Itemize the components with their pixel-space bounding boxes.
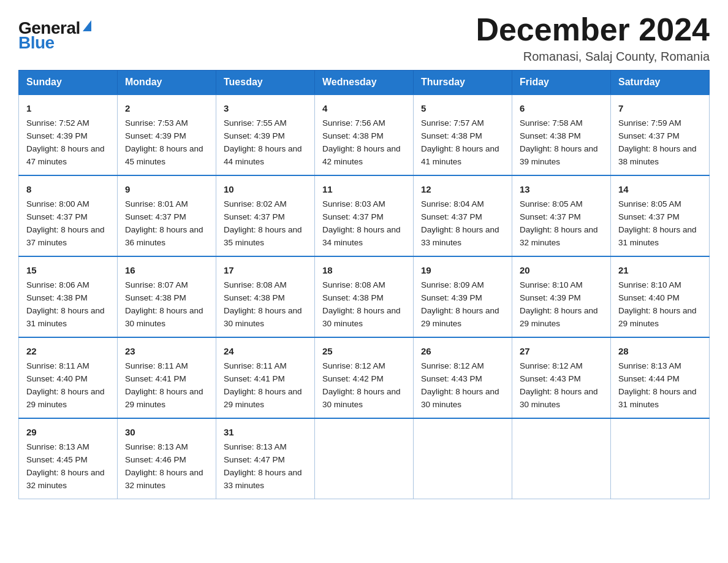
sunrise-text: Sunrise: 7:56 AM	[322, 118, 385, 128]
daylight-text: Daylight: 8 hours and 36 minutes	[125, 225, 203, 247]
page-header: General Blue December 2024 Romanasi, Sal…	[18, 12, 710, 64]
calendar-week-1: 1 Sunrise: 7:52 AM Sunset: 4:39 PM Dayli…	[19, 94, 710, 175]
day-number: 23	[125, 344, 208, 358]
calendar-week-5: 29 Sunrise: 8:13 AM Sunset: 4:45 PM Dayl…	[19, 418, 710, 499]
column-header-tuesday: Tuesday	[216, 71, 315, 95]
sunset-text: Sunset: 4:38 PM	[322, 131, 384, 140]
cell-content: 22 Sunrise: 8:11 AM Sunset: 4:40 PM Dayl…	[26, 344, 110, 412]
sunset-text: Sunset: 4:38 PM	[224, 293, 285, 302]
calendar-cell: 5 Sunrise: 7:57 AM Sunset: 4:38 PM Dayli…	[414, 94, 512, 175]
sunrise-text: Sunrise: 8:05 AM	[618, 199, 681, 209]
location-subtitle: Romanasi, Salaj County, Romania	[476, 50, 710, 64]
calendar-cell	[611, 418, 710, 499]
sunrise-text: Sunrise: 8:11 AM	[26, 361, 89, 370]
day-number: 30	[125, 425, 208, 439]
sunset-text: Sunset: 4:46 PM	[125, 455, 186, 464]
sunrise-text: Sunrise: 8:01 AM	[125, 199, 188, 209]
daylight-text: Daylight: 8 hours and 29 minutes	[224, 387, 302, 409]
sunset-text: Sunset: 4:40 PM	[26, 374, 88, 383]
sunrise-text: Sunrise: 8:11 AM	[125, 361, 188, 370]
column-header-friday: Friday	[512, 71, 611, 95]
calendar-cell: 27 Sunrise: 8:12 AM Sunset: 4:43 PM Dayl…	[512, 337, 611, 418]
daylight-text: Daylight: 8 hours and 31 minutes	[26, 306, 105, 328]
sunset-text: Sunset: 4:38 PM	[322, 293, 384, 302]
daylight-text: Daylight: 8 hours and 39 minutes	[520, 144, 598, 166]
sunset-text: Sunset: 4:37 PM	[618, 212, 680, 221]
cell-content: 4 Sunrise: 7:56 AM Sunset: 4:38 PM Dayli…	[322, 101, 406, 169]
day-number: 7	[618, 101, 702, 115]
day-number: 15	[26, 263, 110, 277]
calendar-cell: 21 Sunrise: 8:10 AM Sunset: 4:40 PM Dayl…	[611, 256, 710, 337]
day-number: 5	[421, 101, 504, 115]
sunrise-text: Sunrise: 8:12 AM	[322, 361, 385, 370]
sunset-text: Sunset: 4:38 PM	[520, 131, 581, 140]
calendar-week-4: 22 Sunrise: 8:11 AM Sunset: 4:40 PM Dayl…	[19, 337, 710, 418]
sunset-text: Sunset: 4:45 PM	[26, 455, 88, 464]
sunrise-text: Sunrise: 7:57 AM	[421, 118, 484, 128]
sunset-text: Sunset: 4:38 PM	[125, 293, 186, 302]
day-number: 11	[322, 182, 406, 196]
daylight-text: Daylight: 8 hours and 29 minutes	[520, 306, 598, 328]
cell-content: 6 Sunrise: 7:58 AM Sunset: 4:38 PM Dayli…	[520, 101, 603, 169]
cell-content: 20 Sunrise: 8:10 AM Sunset: 4:39 PM Dayl…	[520, 263, 603, 331]
daylight-text: Daylight: 8 hours and 30 minutes	[125, 306, 203, 328]
sunrise-text: Sunrise: 8:08 AM	[322, 280, 385, 289]
daylight-text: Daylight: 8 hours and 34 minutes	[322, 225, 401, 247]
cell-content: 21 Sunrise: 8:10 AM Sunset: 4:40 PM Dayl…	[618, 263, 702, 331]
sunrise-text: Sunrise: 8:03 AM	[322, 199, 385, 209]
daylight-text: Daylight: 8 hours and 44 minutes	[224, 144, 302, 166]
cell-content: 9 Sunrise: 8:01 AM Sunset: 4:37 PM Dayli…	[125, 182, 208, 250]
sunrise-text: Sunrise: 8:06 AM	[26, 280, 89, 289]
calendar-cell: 11 Sunrise: 8:03 AM Sunset: 4:37 PM Dayl…	[315, 175, 414, 256]
calendar-cell	[414, 418, 512, 499]
sunrise-text: Sunrise: 8:00 AM	[26, 199, 89, 209]
sunset-text: Sunset: 4:47 PM	[224, 455, 285, 464]
sunrise-text: Sunrise: 8:04 AM	[421, 199, 484, 209]
day-number: 20	[520, 263, 603, 277]
day-number: 6	[520, 101, 603, 115]
daylight-text: Daylight: 8 hours and 31 minutes	[618, 387, 697, 409]
calendar-cell: 3 Sunrise: 7:55 AM Sunset: 4:39 PM Dayli…	[216, 94, 315, 175]
calendar-cell: 18 Sunrise: 8:08 AM Sunset: 4:38 PM Dayl…	[315, 256, 414, 337]
calendar-cell	[315, 418, 414, 499]
sunset-text: Sunset: 4:37 PM	[322, 212, 384, 221]
day-number: 16	[125, 263, 208, 277]
daylight-text: Daylight: 8 hours and 33 minutes	[421, 225, 499, 247]
cell-content: 24 Sunrise: 8:11 AM Sunset: 4:41 PM Dayl…	[224, 344, 307, 412]
daylight-text: Daylight: 8 hours and 30 minutes	[322, 306, 401, 328]
cell-content: 27 Sunrise: 8:12 AM Sunset: 4:43 PM Dayl…	[520, 344, 603, 412]
cell-content: 8 Sunrise: 8:00 AM Sunset: 4:37 PM Dayli…	[26, 182, 110, 250]
sunrise-text: Sunrise: 8:10 AM	[520, 280, 583, 289]
cell-content: 29 Sunrise: 8:13 AM Sunset: 4:45 PM Dayl…	[26, 425, 110, 492]
sunrise-text: Sunrise: 8:11 AM	[224, 361, 287, 370]
sunrise-text: Sunrise: 7:55 AM	[224, 118, 287, 128]
calendar-cell: 19 Sunrise: 8:09 AM Sunset: 4:39 PM Dayl…	[414, 256, 512, 337]
sunset-text: Sunset: 4:37 PM	[26, 212, 88, 221]
column-header-saturday: Saturday	[611, 71, 710, 95]
day-number: 17	[224, 263, 307, 277]
sunset-text: Sunset: 4:43 PM	[421, 374, 482, 383]
calendar-cell: 16 Sunrise: 8:07 AM Sunset: 4:38 PM Dayl…	[118, 256, 216, 337]
calendar-cell: 10 Sunrise: 8:02 AM Sunset: 4:37 PM Dayl…	[216, 175, 315, 256]
day-number: 9	[125, 182, 208, 196]
sunset-text: Sunset: 4:40 PM	[618, 293, 680, 302]
calendar-cell	[512, 418, 611, 499]
daylight-text: Daylight: 8 hours and 29 minutes	[618, 306, 697, 328]
calendar-header-row: SundayMondayTuesdayWednesdayThursdayFrid…	[19, 71, 710, 95]
daylight-text: Daylight: 8 hours and 32 minutes	[26, 468, 105, 490]
sunset-text: Sunset: 4:41 PM	[224, 374, 285, 383]
calendar-cell: 7 Sunrise: 7:59 AM Sunset: 4:37 PM Dayli…	[611, 94, 710, 175]
sunrise-text: Sunrise: 8:09 AM	[421, 280, 484, 289]
day-number: 26	[421, 344, 504, 358]
cell-content: 18 Sunrise: 8:08 AM Sunset: 4:38 PM Dayl…	[322, 263, 406, 331]
day-number: 21	[618, 263, 702, 277]
day-number: 27	[520, 344, 603, 358]
sunset-text: Sunset: 4:39 PM	[26, 131, 88, 140]
column-header-monday: Monday	[118, 71, 216, 95]
cell-content: 13 Sunrise: 8:05 AM Sunset: 4:37 PM Dayl…	[520, 182, 603, 250]
cell-content: 25 Sunrise: 8:12 AM Sunset: 4:42 PM Dayl…	[322, 344, 406, 412]
sunrise-text: Sunrise: 7:52 AM	[26, 118, 89, 128]
sunrise-text: Sunrise: 8:13 AM	[618, 361, 681, 370]
daylight-text: Daylight: 8 hours and 32 minutes	[125, 468, 203, 490]
day-number: 2	[125, 101, 208, 115]
